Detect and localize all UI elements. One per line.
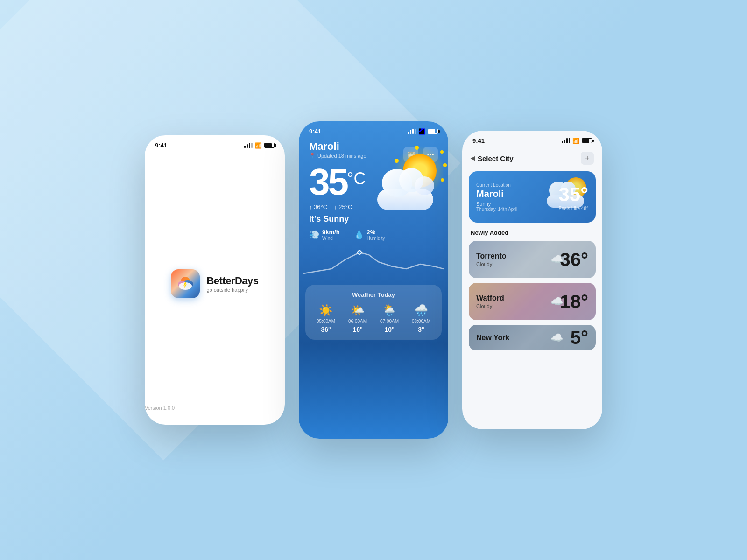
add-city-button[interactable]: + xyxy=(581,152,594,165)
watford-info: Watford Cloudy xyxy=(476,294,504,309)
city-card-newyork[interactable]: New York ☁️ 5° xyxy=(469,325,596,350)
battery-icon-main xyxy=(428,129,438,134)
watford-condition: Cloudy xyxy=(476,303,504,309)
back-button[interactable]: ◀ Select City xyxy=(471,154,514,162)
panel-title: Weather Today xyxy=(310,291,437,298)
splash-content: BetterDays go outside happily xyxy=(145,153,285,419)
version-text: Version 1.0.0 xyxy=(145,405,175,411)
wave-graph xyxy=(299,245,448,283)
slot-temp-3: 10° xyxy=(384,326,394,333)
phone-splash: 9:41 📶 xyxy=(145,135,285,425)
humidity-icon: 💧 xyxy=(354,230,364,240)
status-time-splash: 9:41 xyxy=(155,142,167,149)
app-name: BetterDays xyxy=(206,275,258,287)
wifi-icon: 📶 xyxy=(255,142,262,149)
svg-point-6 xyxy=(358,251,361,254)
status-time-main: 9:41 xyxy=(309,128,321,135)
slot-icon-2: 🌤️ xyxy=(351,304,365,317)
wind-stat: 💨 9km/h Wind xyxy=(309,229,340,241)
status-bar-city: 9:41 📶 xyxy=(462,131,602,148)
wind-value: 9km/h xyxy=(322,229,340,236)
card-condition: Sunny xyxy=(476,201,517,207)
slot-icon-4: 🌧️ xyxy=(414,304,428,317)
status-icons-city: 📶 xyxy=(562,138,592,144)
temp-unit: °C xyxy=(347,169,366,189)
status-icons-main: 📶 xyxy=(408,128,438,135)
location-icon: 📍 xyxy=(309,153,316,159)
newyork-cloud-icon: ☁️ xyxy=(550,332,563,344)
condition-label: It's Sunny xyxy=(299,213,448,229)
logo-icon xyxy=(171,269,200,298)
city-select-header: ◀ Select City + xyxy=(462,148,602,171)
status-bar-splash: 9:41 📶 xyxy=(145,135,285,153)
time-slot-4: 🌧️ 08:00AM 3° xyxy=(412,304,430,333)
card-temperature: 35° xyxy=(558,183,588,206)
wifi-icon-city: 📶 xyxy=(572,138,579,144)
wind-icon: 💨 xyxy=(309,230,319,240)
logo-container: BetterDays go outside happily xyxy=(171,269,258,298)
slot-temp-4: 3° xyxy=(418,326,424,333)
card-left: Current Location Maroli Sunny Thursday, … xyxy=(476,182,517,212)
time-slot-1: ☀️ 05:00AM 36° xyxy=(317,304,335,333)
weather-illustration xyxy=(374,154,444,210)
phones-container: 9:41 📶 xyxy=(145,121,602,439)
card-city-name: Maroli xyxy=(476,189,517,199)
status-time-city: 9:41 xyxy=(472,137,485,144)
phone-city: 9:41 📶 ◀ Select City + xyxy=(462,131,602,429)
city-card-torrento[interactable]: Torrento Cloudy ☁️ 36° xyxy=(469,241,596,278)
wifi-icon-main: 📶 xyxy=(418,128,425,135)
humidity-label: Humidity xyxy=(367,236,385,241)
torrento-temp: 36° xyxy=(560,249,589,270)
watford-temp: 18° xyxy=(560,291,589,312)
weather-today-panel: Weather Today ☀️ 05:00AM 36° 🌤️ 06:00AM … xyxy=(305,285,442,340)
city-card-watford[interactable]: Watford Cloudy ☁️ 18° xyxy=(469,283,596,320)
slot-time-3: 07:00AM xyxy=(380,319,399,324)
wave-svg xyxy=(303,245,444,283)
signal-icon-city xyxy=(562,138,570,143)
newly-added-title: Newly Added xyxy=(462,229,602,241)
card-feels-like: Feels Like 48° xyxy=(558,206,588,211)
current-location-card[interactable]: Current Location Maroli Sunny Thursday, … xyxy=(469,171,596,223)
app-tagline: go outside happily xyxy=(206,287,258,293)
newyork-name: New York xyxy=(476,334,509,342)
select-city-title: Select City xyxy=(478,154,514,162)
status-icons-splash: 📶 xyxy=(244,142,275,149)
slot-time-1: 05:00AM xyxy=(317,319,335,324)
current-location-label: Current Location xyxy=(476,182,517,188)
signal-icon-main xyxy=(408,129,416,134)
plus-icon: + xyxy=(585,154,589,162)
watford-name: Watford xyxy=(476,294,504,302)
temp-section: 35 °C xyxy=(299,159,448,201)
wind-label: Wind xyxy=(322,236,340,241)
back-arrow-icon: ◀ xyxy=(471,155,475,161)
signal-icon xyxy=(244,143,253,148)
status-bar-main: 9:41 📶 xyxy=(299,121,448,139)
card-right: 35° Feels Like 48° xyxy=(558,183,588,211)
slot-icon-3: 🌦️ xyxy=(382,304,396,317)
phone-main: 9:41 📶 Maroli 📍 Updated 18 mins ago xyxy=(299,121,448,439)
newyork-info: New York xyxy=(476,334,509,342)
torrento-info: Torrento Cloudy xyxy=(476,252,507,267)
slot-time-4: 08:00AM xyxy=(412,319,430,324)
slot-icon-1: ☀️ xyxy=(319,304,333,317)
slot-temp-1: 36° xyxy=(321,326,331,333)
torrento-condition: Cloudy xyxy=(476,261,507,267)
battery-icon xyxy=(264,143,275,148)
humidity-value: 2% xyxy=(367,229,385,236)
temp-low: ↓ 25°C xyxy=(334,203,352,210)
time-slot-2: 🌤️ 06:00AM 16° xyxy=(348,304,367,333)
card-date: Thursday, 14th April xyxy=(476,207,517,212)
wind-humidity: 💨 9km/h Wind 💧 2% Humidity xyxy=(299,229,448,245)
humidity-stat: 💧 2% Humidity xyxy=(354,229,385,241)
big-temperature: 35 xyxy=(309,163,347,201)
time-slot-3: 🌦️ 07:00AM 10° xyxy=(380,304,399,333)
torrento-name: Torrento xyxy=(476,252,507,260)
temp-high: ↑ 36°C xyxy=(309,203,327,210)
newyork-temp: 5° xyxy=(571,327,588,348)
battery-icon-city xyxy=(582,138,592,143)
slot-time-2: 06:00AM xyxy=(348,319,367,324)
slot-temp-2: 16° xyxy=(352,326,362,333)
time-slots: ☀️ 05:00AM 36° 🌤️ 06:00AM 16° 🌦️ 07:00AM… xyxy=(310,304,437,333)
logo-text: BetterDays go outside happily xyxy=(206,275,258,293)
